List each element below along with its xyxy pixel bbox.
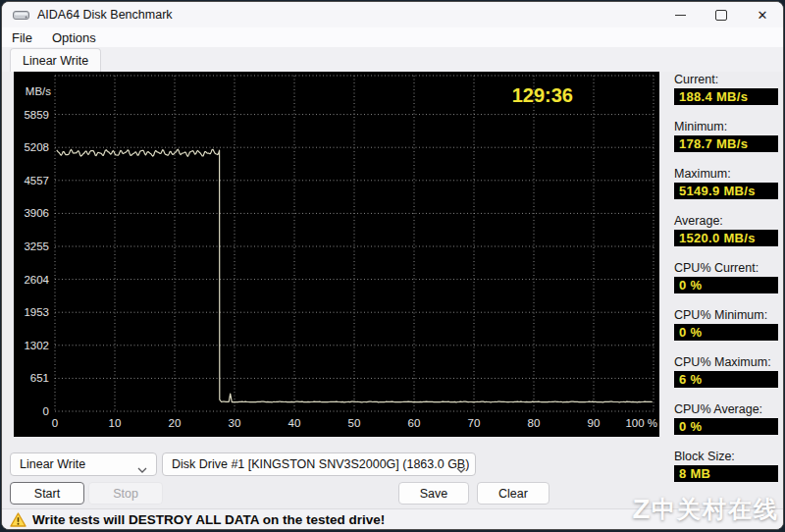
tab-strip: Linear Write <box>2 47 783 72</box>
menu-options[interactable]: Options <box>42 27 106 47</box>
maximize-icon <box>715 10 727 21</box>
stat-current: Current: 188.4 MB/s <box>674 72 778 105</box>
stat-minimum: Minimum: 178.7 MB/s <box>674 119 778 152</box>
stat-cpu-maximum: CPU% Maximum: 6 % <box>674 354 778 388</box>
title-bar: AIDA64 Disk Benchmark ✕ <box>2 2 783 27</box>
stat-cpu-current: CPU% Current: 0 % <box>674 260 778 293</box>
content-area: 5859520845573906325526041953130265100102… <box>2 72 783 509</box>
close-icon: ✕ <box>758 9 768 22</box>
x-tick-label: 90 <box>588 417 601 429</box>
warning-icon <box>10 512 26 527</box>
save-button[interactable]: Save <box>398 482 469 505</box>
stat-value: 1520.0 MB/s <box>674 230 778 246</box>
minimize-icon <box>675 15 686 16</box>
y-tick-label: 0 <box>43 405 49 417</box>
zol-watermark-text: 中关村在线 <box>652 494 779 525</box>
x-tick-label: 20 <box>169 417 182 429</box>
stat-average: Average: 1520.0 MB/s <box>674 213 778 246</box>
menu-bar: File Options <box>2 27 783 47</box>
x-tick-label: 40 <box>288 417 301 429</box>
y-tick-label: 651 <box>30 372 49 384</box>
zol-logo-icon: Z <box>632 496 650 523</box>
stat-label: CPU% Average: <box>674 401 778 418</box>
menu-file[interactable]: File <box>2 27 42 47</box>
x-tick-label: 10 <box>109 417 122 429</box>
stat-value: 6 % <box>674 371 778 388</box>
chevron-down-icon <box>137 462 147 476</box>
close-button[interactable]: ✕ <box>742 2 783 27</box>
stat-value: 0 % <box>674 324 778 341</box>
stat-value: 188.4 MB/s <box>674 88 778 105</box>
stat-value: 0 % <box>674 418 778 435</box>
stat-value: 8 MB <box>674 465 778 482</box>
stats-panel: Current: 188.4 MB/s Minimum: 178.7 MB/s … <box>674 72 778 496</box>
clear-button[interactable]: Clear <box>477 482 550 505</box>
x-tick-label: 80 <box>528 417 541 429</box>
stat-value: 5149.9 MB/s <box>674 183 778 199</box>
test-type-value: Linear Write <box>11 457 85 471</box>
benchmark-chart: 5859520845573906325526041953130265100102… <box>14 72 659 437</box>
stat-block-size: Block Size: 8 MB <box>674 449 778 482</box>
stat-cpu-average: CPU% Average: 0 % <box>674 401 778 435</box>
stat-label: Average: <box>674 213 778 230</box>
y-tick-label: 5859 <box>24 109 49 121</box>
stat-label: Current: <box>674 72 778 88</box>
disk-drive-value: Disk Drive #1 [KINGSTON SNV3S2000G] (186… <box>163 457 469 471</box>
status-warning-text: Write tests will DESTROY ALL DATA on the… <box>32 512 385 527</box>
maximize-button[interactable] <box>701 2 742 27</box>
x-tick-label: 70 <box>468 417 481 429</box>
chevron-down-icon <box>456 462 466 476</box>
stop-button: Stop <box>88 482 163 505</box>
y-tick-label: 2604 <box>24 274 49 286</box>
x-tick-label: 50 <box>348 417 361 429</box>
stat-maximum: Maximum: 5149.9 MB/s <box>674 166 778 199</box>
stat-label: Block Size: <box>674 449 778 465</box>
y-tick-label: 4557 <box>24 175 49 186</box>
stat-value: 0 % <box>674 277 778 293</box>
zol-watermark: Z 中关村在线 <box>633 494 779 525</box>
test-type-select[interactable]: Linear Write <box>10 452 157 476</box>
y-tick-label: 3906 <box>24 207 49 219</box>
disk-drive-icon <box>13 9 29 22</box>
y-axis-unit-label: MB/s <box>26 85 51 97</box>
stat-label: CPU% Minimum: <box>674 307 778 324</box>
x-tick-label: 0 <box>52 417 58 429</box>
stat-label: CPU% Current: <box>674 260 778 277</box>
stat-label: CPU% Maximum: <box>674 354 778 371</box>
start-button[interactable]: Start <box>10 482 84 505</box>
y-tick-label: 5208 <box>24 141 49 153</box>
tab-linear-write[interactable]: Linear Write <box>10 48 101 72</box>
minimize-button[interactable] <box>659 2 701 27</box>
y-tick-label: 1302 <box>24 340 49 351</box>
elapsed-timer: 129:36 <box>512 84 573 106</box>
x-tick-label: 100 % <box>625 417 657 429</box>
app-window: AIDA64 Disk Benchmark ✕ File Options Lin… <box>1 1 784 530</box>
x-tick-label: 30 <box>229 417 241 429</box>
stat-label: Minimum: <box>674 119 778 135</box>
stat-cpu-minimum: CPU% Minimum: 0 % <box>674 307 778 341</box>
y-tick-label: 1953 <box>24 306 49 318</box>
x-tick-label: 60 <box>408 417 421 429</box>
stat-label: Maximum: <box>674 166 778 183</box>
stat-value: 178.7 MB/s <box>674 135 778 152</box>
disk-drive-select[interactable]: Disk Drive #1 [KINGSTON SNV3S2000G] (186… <box>162 452 476 476</box>
y-tick-label: 3255 <box>24 240 49 252</box>
window-title: AIDA64 Disk Benchmark <box>37 8 173 22</box>
